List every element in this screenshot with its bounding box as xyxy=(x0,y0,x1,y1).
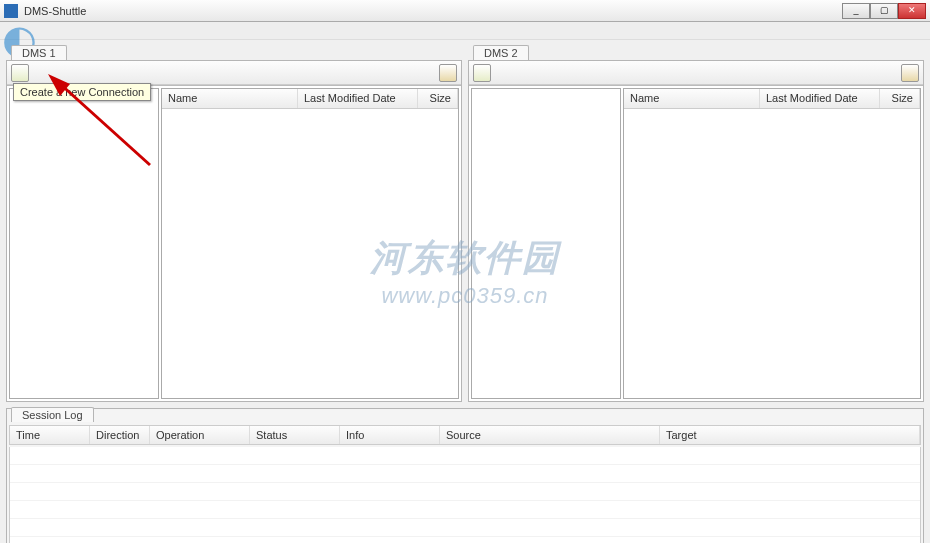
panel-dms2: DMS 2 Name Last Modified Date Size xyxy=(468,60,924,402)
col-direction[interactable]: Direction xyxy=(90,426,150,444)
session-log-panel: Session Log Time Direction Operation Sta… xyxy=(6,408,924,543)
panel1-list[interactable]: Name Last Modified Date Size xyxy=(161,88,459,399)
col-time[interactable]: Time xyxy=(10,426,90,444)
col-info[interactable]: Info xyxy=(340,426,440,444)
col-modified[interactable]: Last Modified Date xyxy=(298,89,418,108)
panel-dms1: DMS 1 Create a new Connection Name Last … xyxy=(6,60,462,402)
panel2-tree[interactable] xyxy=(471,88,621,399)
panel1-body: Name Last Modified Date Size xyxy=(7,85,461,401)
tab-dms1[interactable]: DMS 1 xyxy=(11,45,67,60)
folder-button-2[interactable] xyxy=(901,64,919,82)
main-area: DMS 1 Create a new Connection Name Last … xyxy=(0,54,930,408)
close-button[interactable]: ✕ xyxy=(898,3,926,19)
col-operation[interactable]: Operation xyxy=(150,426,250,444)
title-bar: DMS-Shuttle _ ▢ ✕ xyxy=(0,0,930,22)
col-modified-2[interactable]: Last Modified Date xyxy=(760,89,880,108)
new-connection-tooltip: Create a new Connection xyxy=(13,83,151,101)
panel1-tree[interactable] xyxy=(9,88,159,399)
session-log-header: Time Direction Operation Status Info Sou… xyxy=(9,425,921,445)
minimize-button[interactable]: _ xyxy=(842,3,870,19)
col-name-2[interactable]: Name xyxy=(624,89,760,108)
menu-bar[interactable] xyxy=(0,22,930,40)
tab-session-log[interactable]: Session Log xyxy=(11,407,94,422)
panel2-toolbar xyxy=(469,61,923,85)
maximize-button[interactable]: ▢ xyxy=(870,3,898,19)
window-buttons: _ ▢ ✕ xyxy=(842,3,926,19)
col-size[interactable]: Size xyxy=(418,89,458,108)
panel2-list[interactable]: Name Last Modified Date Size xyxy=(623,88,921,399)
window-title: DMS-Shuttle xyxy=(24,5,842,17)
session-log-body[interactable] xyxy=(9,447,921,543)
tab-dms2[interactable]: DMS 2 xyxy=(473,45,529,60)
panel1-toolbar: Create a new Connection xyxy=(7,61,461,85)
col-source[interactable]: Source xyxy=(440,426,660,444)
col-target[interactable]: Target xyxy=(660,426,920,444)
panel2-body: Name Last Modified Date Size xyxy=(469,85,923,401)
panel2-list-header: Name Last Modified Date Size xyxy=(624,89,920,109)
col-name[interactable]: Name xyxy=(162,89,298,108)
new-connection-button-2[interactable] xyxy=(473,64,491,82)
col-size-2[interactable]: Size xyxy=(880,89,920,108)
folder-button-1[interactable] xyxy=(439,64,457,82)
panel1-list-header: Name Last Modified Date Size xyxy=(162,89,458,109)
col-status[interactable]: Status xyxy=(250,426,340,444)
